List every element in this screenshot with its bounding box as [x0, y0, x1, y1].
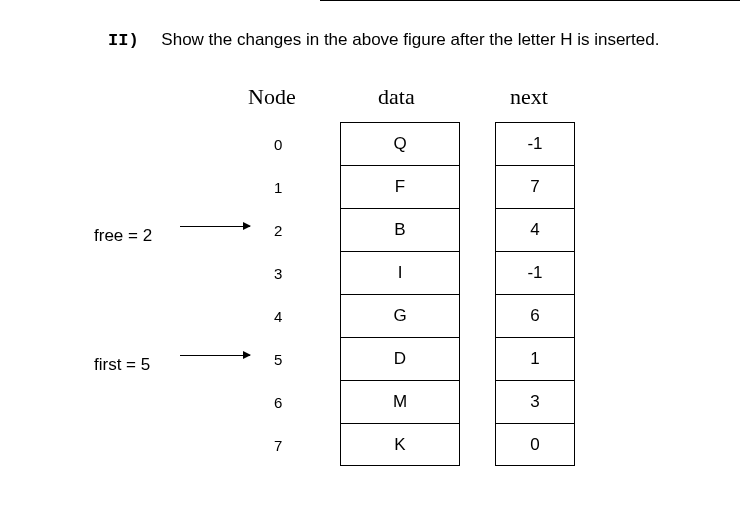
prompt-text: Show the changes in the above figure aft… [161, 30, 659, 49]
top-rule [320, 0, 740, 1]
arrow-icon [180, 355, 250, 356]
row-index: 3 [274, 265, 282, 282]
free-pointer-label: free = 2 [94, 226, 152, 246]
data-cell: G [340, 294, 460, 337]
data-cell: Q [340, 122, 460, 165]
first-pointer-label: first = 5 [94, 355, 150, 375]
question-prompt: II) Show the changes in the above figure… [108, 30, 740, 50]
row-index: 5 [274, 351, 282, 368]
row-index: 4 [274, 308, 282, 325]
data-cell: I [340, 251, 460, 294]
next-cell: 6 [495, 294, 575, 337]
row-index: 0 [274, 136, 282, 153]
linked-list-table: 0 Q -1 1 F 7 2 B 4 3 I -1 4 G 6 5 D 1 6 … [0, 122, 740, 466]
row-index: 7 [274, 437, 282, 454]
row-index: 1 [274, 179, 282, 196]
next-cell: 4 [495, 208, 575, 251]
header-node: Node [248, 84, 296, 110]
data-cell: K [340, 423, 460, 466]
data-cell: B [340, 208, 460, 251]
table-row: 3 I -1 [0, 251, 740, 294]
next-cell: -1 [495, 122, 575, 165]
data-cell: F [340, 165, 460, 208]
next-cell: 7 [495, 165, 575, 208]
next-cell: -1 [495, 251, 575, 294]
table-row: 6 M 3 [0, 380, 740, 423]
header-next: next [510, 84, 548, 110]
next-cell: 1 [495, 337, 575, 380]
table-row: 4 G 6 [0, 294, 740, 337]
data-cell: D [340, 337, 460, 380]
row-index: 6 [274, 394, 282, 411]
table-row: 0 Q -1 [0, 122, 740, 165]
next-cell: 0 [495, 423, 575, 466]
arrow-icon [180, 226, 250, 227]
row-index: 2 [274, 222, 282, 239]
header-data: data [378, 84, 415, 110]
section-label: II) [108, 31, 139, 50]
table-row: 1 F 7 [0, 165, 740, 208]
next-cell: 3 [495, 380, 575, 423]
table-row: 7 K 0 [0, 423, 740, 466]
data-cell: M [340, 380, 460, 423]
